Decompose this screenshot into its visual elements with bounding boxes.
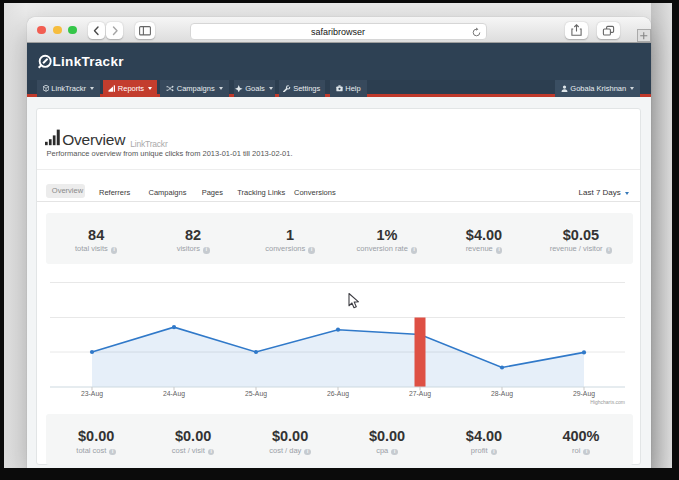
svg-text:25-Aug: 25-Aug — [245, 390, 267, 398]
svg-text:23-Aug: 23-Aug — [81, 390, 103, 398]
svg-text:28-Aug: 28-Aug — [491, 390, 513, 398]
svg-text:Highcharts.com: Highcharts.com — [590, 398, 625, 404]
svg-text:26-Aug: 26-Aug — [327, 390, 349, 398]
svg-text:27-Aug: 27-Aug — [409, 390, 431, 398]
svg-text:29-Aug: 29-Aug — [573, 390, 595, 398]
svg-text:24-Aug: 24-Aug — [163, 390, 185, 398]
